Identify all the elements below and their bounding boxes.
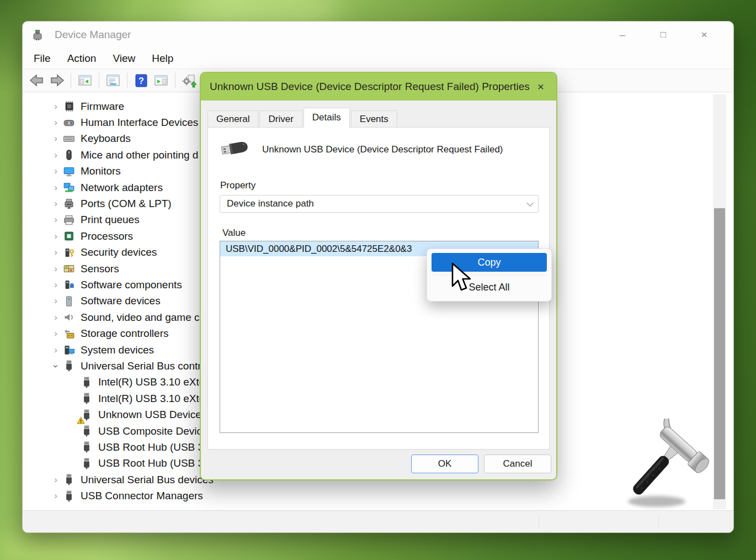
dialog-close-icon[interactable]: × — [534, 80, 547, 93]
tree-item-label: Universal Serial Bus contro — [81, 360, 207, 372]
chevron-collapsed-icon[interactable]: › — [49, 295, 63, 307]
printer-icon — [63, 214, 75, 226]
network-icon — [63, 182, 75, 193]
tree-item-label: Print queues — [81, 214, 140, 226]
chevron-collapsed-icon[interactable]: › — [49, 263, 63, 274]
tree-item-label: Software components — [81, 279, 182, 291]
tree-item-label: USB Root Hub (USB 3.0 — [98, 441, 212, 453]
chevron-expanded-icon[interactable]: › — [50, 359, 61, 373]
usb-icon — [81, 441, 93, 453]
tree-item-label: System devices — [81, 344, 154, 356]
usb-icon — [81, 409, 93, 421]
chevron-collapsed-icon[interactable]: › — [49, 101, 63, 112]
tree-item-label: Security devices — [81, 246, 157, 258]
hid-icon — [63, 117, 75, 129]
dialog-titlebar: Unknown USB Device (Device Descriptor Re… — [201, 73, 556, 101]
chevron-collapsed-icon[interactable]: › — [49, 490, 63, 501]
context-menu-item-select-all[interactable]: Select All — [432, 278, 547, 297]
tree-item-label: Intel(R) USB 3.10 eXten — [98, 393, 211, 405]
chevron-collapsed-icon[interactable]: › — [49, 166, 63, 177]
tree-item-label: Sound, video and game co — [81, 311, 205, 324]
chevron-collapsed-icon[interactable]: › — [49, 214, 63, 225]
chevron-collapsed-icon[interactable]: › — [49, 117, 63, 128]
status-divider — [658, 515, 659, 529]
tree-item-label: Unknown USB Device ( — [98, 409, 208, 421]
tab-driver[interactable]: Driver — [259, 110, 302, 127]
chevron-collapsed-icon[interactable]: › — [49, 231, 63, 242]
security-icon — [63, 247, 75, 258]
tree-item-label: Mice and other pointing d — [81, 149, 198, 161]
tree-item-label: Storage controllers — [81, 327, 168, 340]
ok-button[interactable]: OK — [411, 455, 478, 473]
show-console-tree-icon[interactable] — [75, 71, 95, 90]
device-header: Unknown USB Device (Device Descriptor Re… — [220, 139, 503, 161]
tree-item-label: Network adapters — [81, 182, 163, 194]
properties-icon[interactable] — [103, 71, 123, 90]
value-label: Value — [222, 228, 246, 239]
chevron-collapsed-icon[interactable]: › — [49, 247, 63, 258]
device-manager-icon — [31, 29, 44, 41]
menu-file[interactable]: File — [34, 52, 51, 65]
tab-strip: GeneralDriverDetailsEvents — [201, 108, 556, 127]
tree-item-label: USB Composite Device — [98, 425, 208, 437]
tab-events[interactable]: Events — [351, 110, 397, 127]
cancel-button[interactable]: Cancel — [484, 455, 551, 473]
chevron-collapsed-icon[interactable]: › — [49, 345, 63, 356]
property-dropdown[interactable]: Device instance path — [220, 195, 539, 213]
tree-item-label: USB Root Hub (USB 3.0 — [98, 457, 212, 469]
window-title: Device Manager — [55, 29, 602, 41]
property-dropdown-value: Device instance path — [227, 198, 314, 209]
window-titlebar: Device Manager – □ × — [23, 22, 733, 48]
firmware-icon — [63, 101, 75, 112]
menu-view[interactable]: View — [113, 52, 135, 65]
chevron-collapsed-icon[interactable]: › — [49, 182, 63, 193]
minimize-button[interactable]: – — [602, 23, 643, 46]
menu-help[interactable]: Help — [152, 52, 173, 65]
tree-item-label: Processors — [81, 230, 133, 242]
help-icon[interactable]: ? — [131, 71, 151, 90]
property-label: Property — [220, 180, 255, 191]
menu-bar: FileActionViewHelp — [23, 48, 733, 69]
processor-icon — [63, 230, 75, 242]
tree-item-label: Ports (COM & LPT) — [81, 198, 172, 210]
chevron-collapsed-icon[interactable]: › — [49, 474, 63, 485]
chevron-collapsed-icon[interactable]: › — [49, 279, 63, 290]
toolbar-separator — [127, 73, 127, 88]
dialog-title: Unknown USB Device (Device Descriptor Re… — [210, 81, 534, 93]
ports-icon — [63, 198, 75, 210]
menu-action[interactable]: Action — [67, 52, 97, 65]
tree-item-label: Human Interface Devices — [81, 117, 198, 129]
svg-text:?: ? — [139, 76, 144, 86]
usb-icon — [81, 425, 93, 437]
software-components-icon — [63, 279, 75, 290]
back-icon[interactable] — [27, 71, 47, 90]
forward-icon[interactable] — [47, 71, 67, 90]
chevron-collapsed-icon[interactable]: › — [49, 133, 63, 144]
context-menu: CopySelect All — [427, 249, 552, 302]
device-name: Unknown USB Device (Device Descriptor Re… — [262, 144, 503, 155]
action-pane-icon[interactable] — [151, 71, 171, 90]
warning-icon — [77, 415, 85, 422]
chevron-collapsed-icon[interactable]: › — [49, 312, 63, 323]
tree-item-label: Firmware — [81, 101, 124, 113]
tree-item-label: Software devices — [81, 295, 161, 307]
mouse-icon — [63, 149, 75, 161]
context-menu-item-copy[interactable]: Copy — [432, 253, 547, 272]
close-button[interactable]: × — [684, 23, 725, 46]
tree-item-label: Sensors — [81, 263, 119, 275]
scan-hardware-icon[interactable] — [179, 71, 199, 90]
tab-general[interactable]: General — [207, 110, 258, 127]
usb-icon — [81, 458, 93, 469]
arrow-cursor — [450, 262, 473, 296]
tab-details[interactable]: Details — [304, 108, 350, 128]
storage-icon — [63, 328, 75, 340]
tree-item-label: Intel(R) USB 3.10 eXten — [98, 376, 211, 388]
maximize-button[interactable]: □ — [643, 23, 684, 46]
tree-item-label: Monitors — [81, 165, 121, 177]
chevron-collapsed-icon[interactable]: › — [49, 198, 63, 209]
chevron-collapsed-icon[interactable]: › — [49, 150, 63, 161]
vertical-scrollbar[interactable] — [713, 94, 726, 509]
usb-icon — [63, 490, 75, 502]
scrollbar-thumb[interactable] — [714, 208, 725, 499]
chevron-collapsed-icon[interactable]: › — [49, 328, 63, 339]
